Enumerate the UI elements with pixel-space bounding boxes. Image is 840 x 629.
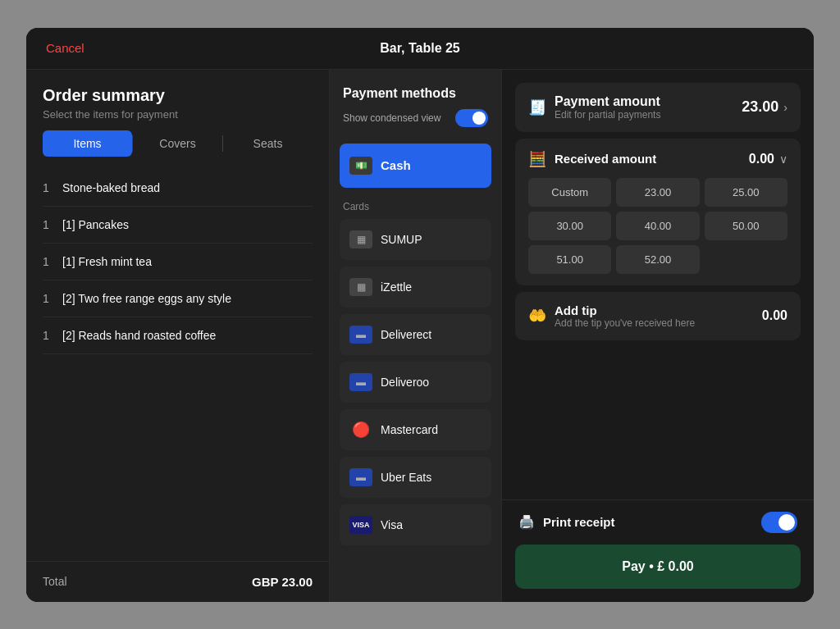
- order-item-0[interactable]: 1 Stone-baked bread: [43, 170, 313, 207]
- total-value: GBP 23.00: [252, 575, 313, 589]
- order-item-3[interactable]: 1 [2] Two free range eggs any style: [43, 280, 313, 317]
- print-receipt-toggle[interactable]: [761, 512, 797, 533]
- ubereats-icon: ▬: [349, 468, 372, 486]
- right-footer: 🖨️ Print receipt Pay • £ 0.00: [502, 499, 814, 602]
- payment-amount-left: 🧾 Payment amount Edit for partial paymen…: [528, 94, 660, 121]
- amount-btn-30[interactable]: 30.00: [528, 212, 611, 240]
- method-visa[interactable]: VISA Visa: [340, 504, 491, 545]
- tab-covers[interactable]: Covers: [133, 130, 222, 157]
- amount-btn-52[interactable]: 52.00: [616, 245, 699, 274]
- payment-amount-sublabel: Edit for partial payments: [555, 109, 660, 121]
- method-izettle[interactable]: ▦ iZettle: [340, 267, 491, 308]
- window-title: Bar, Table 25: [380, 41, 460, 56]
- order-item-2[interactable]: 1 [1] Fresh mint tea: [43, 244, 313, 280]
- amount-btn-25[interactable]: 25.00: [705, 178, 788, 207]
- order-item-1[interactable]: 1 [1] Pancakes: [43, 207, 313, 244]
- ubereats-label: Uber Eats: [381, 471, 431, 484]
- received-header-right: 0.00 ∨: [749, 152, 788, 166]
- payment-amount-chevron: ›: [783, 101, 788, 114]
- tab-seats[interactable]: Seats: [223, 130, 313, 157]
- condensed-toggle-row: Show condensed view: [343, 109, 488, 127]
- deliveroo-icon: ▬: [349, 373, 372, 391]
- item-name-3: [2] Two free range eggs any style: [62, 292, 231, 305]
- received-amount-value: 0.00: [749, 152, 774, 166]
- add-tip-card[interactable]: 🤲 Add tip Add the tip you've received he…: [515, 292, 801, 340]
- print-receipt-row: 🖨️ Print receipt: [502, 500, 814, 545]
- amount-btn-23[interactable]: 23.00: [616, 178, 699, 207]
- received-amount-label: Received amount: [555, 152, 656, 166]
- received-header: 🧮 Received amount 0.00 ∨: [528, 150, 788, 168]
- tab-items[interactable]: Items: [43, 130, 132, 157]
- received-amount-icon: 🧮: [528, 150, 546, 168]
- deliverect-label: Deliverect: [381, 328, 431, 341]
- payment-methods-header: Payment methods Show condensed view: [330, 70, 501, 144]
- deliveroo-label: Deliveroo: [381, 376, 429, 389]
- item-name-2: [1] Fresh mint tea: [62, 255, 152, 268]
- printer-icon: 🖨️: [518, 514, 535, 530]
- add-tip-info: Add tip Add the tip you've received here: [555, 303, 695, 329]
- received-amount-chevron: ∨: [779, 153, 788, 166]
- item-qty-0: 1: [43, 181, 56, 194]
- total-label: Total: [43, 575, 67, 588]
- add-tip-amount: 0.00: [762, 308, 788, 323]
- right-panel: 🧾 Payment amount Edit for partial paymen…: [502, 70, 814, 602]
- method-deliveroo[interactable]: ▬ Deliveroo: [340, 362, 491, 403]
- payment-methods-title: Payment methods: [343, 86, 488, 101]
- izettle-icon: ▦: [349, 278, 372, 296]
- item-qty-1: 1: [43, 218, 56, 231]
- mastercard-label: Mastercard: [381, 423, 438, 436]
- payment-amount-value: 23.00: [742, 98, 778, 116]
- order-summary-subtitle: Select the items for payment: [43, 108, 313, 121]
- received-header-left: 🧮 Received amount: [528, 150, 656, 168]
- amount-btn-51[interactable]: 51.00: [528, 245, 611, 274]
- cards-section-label: Cards: [330, 198, 501, 219]
- payment-amount-card[interactable]: 🧾 Payment amount Edit for partial paymen…: [515, 83, 801, 132]
- item-qty-2: 1: [43, 255, 56, 268]
- cash-icon: 💵: [349, 157, 372, 175]
- sumup-icon: ▦: [349, 230, 372, 248]
- left-panel: Order summary Select the items for payme…: [26, 70, 330, 602]
- cash-button[interactable]: 💵 Cash: [340, 144, 491, 188]
- condensed-label: Show condensed view: [343, 112, 441, 124]
- payment-amount-label: Payment amount: [555, 94, 660, 109]
- pay-button[interactable]: Pay • £ 0.00: [515, 545, 801, 589]
- sumup-label: SUMUP: [381, 233, 422, 246]
- amount-btn-50[interactable]: 50.00: [705, 212, 788, 240]
- order-summary-title: Order summary: [43, 86, 313, 105]
- item-name-4: [2] Reads hand roasted coffee: [62, 329, 216, 342]
- title-bar: Cancel Bar, Table 25: [26, 28, 814, 70]
- method-ubereats[interactable]: ▬ Uber Eats: [340, 457, 491, 498]
- items-list: 1 Stone-baked bread 1 [1] Pancakes 1 [1]…: [26, 170, 329, 561]
- order-total-footer: Total GBP 23.00: [26, 561, 329, 602]
- main-content: Order summary Select the items for payme…: [26, 70, 814, 602]
- print-receipt-left: 🖨️ Print receipt: [518, 514, 615, 530]
- tab-bar: Items Covers Seats: [26, 130, 329, 170]
- order-summary-header: Order summary Select the items for payme…: [26, 70, 329, 130]
- middle-panel: Payment methods Show condensed view 💵 Ca…: [330, 70, 502, 602]
- method-deliverect[interactable]: ▬ Deliverect: [340, 314, 491, 355]
- received-amount-card: 🧮 Received amount 0.00 ∨ Custom 23.00 25…: [515, 139, 801, 285]
- item-name-1: [1] Pancakes: [62, 218, 129, 231]
- amount-btn-custom[interactable]: Custom: [528, 178, 611, 207]
- payment-amount-right: 23.00 ›: [742, 98, 788, 116]
- cancel-button[interactable]: Cancel: [46, 41, 84, 55]
- visa-label: Visa: [381, 518, 403, 531]
- item-name-0: Stone-baked bread: [62, 181, 160, 194]
- amount-grid: Custom 23.00 25.00 30.00 40.00 50.00 51.…: [528, 178, 788, 274]
- add-tip-sublabel: Add the tip you've received here: [555, 317, 695, 329]
- method-sumup[interactable]: ▦ SUMUP: [340, 219, 491, 260]
- condensed-toggle-switch[interactable]: [455, 109, 488, 127]
- visa-icon: VISA: [349, 516, 372, 534]
- cash-label: Cash: [381, 158, 411, 172]
- method-mastercard[interactable]: 🔴 Mastercard: [340, 409, 491, 450]
- amount-btn-40[interactable]: 40.00: [616, 212, 699, 240]
- deliverect-icon: ▬: [349, 326, 372, 344]
- mastercard-icon: 🔴: [349, 421, 372, 439]
- item-qty-3: 1: [43, 292, 56, 305]
- add-tip-icon: 🤲: [528, 307, 546, 325]
- app-window: Cancel Bar, Table 25 Order summary Selec…: [26, 28, 814, 602]
- add-tip-left: 🤲 Add tip Add the tip you've received he…: [528, 303, 695, 329]
- order-item-4[interactable]: 1 [2] Reads hand roasted coffee: [43, 317, 313, 354]
- payment-amount-icon: 🧾: [528, 98, 546, 116]
- add-tip-label: Add tip: [555, 303, 695, 317]
